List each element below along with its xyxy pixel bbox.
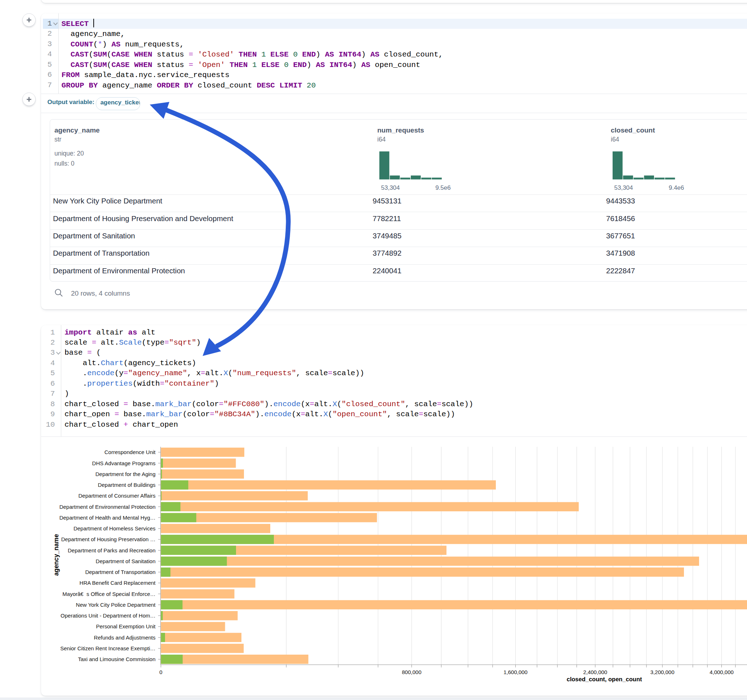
svg-text:800,000: 800,000 xyxy=(402,669,421,675)
svg-text:Department of Consumer Affairs: Department of Consumer Affairs xyxy=(79,493,156,499)
svg-text:53,304: 53,304 xyxy=(614,184,633,191)
svg-text:0: 0 xyxy=(159,669,162,675)
svg-text:Correspondence Unit: Correspondence Unit xyxy=(104,449,156,455)
svg-text:agency_name: agency_name xyxy=(53,534,60,576)
svg-text:4,000,000: 4,000,000 xyxy=(709,669,734,675)
svg-text:Department of Housing Preserva: Department of Housing Preservation … xyxy=(61,536,156,542)
svg-text:53,304: 53,304 xyxy=(381,184,400,191)
svg-text:Personal Exemption Unit: Personal Exemption Unit xyxy=(96,623,156,629)
svg-text:DHS Advantage Programs: DHS Advantage Programs xyxy=(92,460,156,466)
svg-text:Senior Citizen Rent Increase E: Senior Citizen Rent Increase Exempti… xyxy=(60,645,155,652)
svg-text:HRA Benefit Card Replacement: HRA Benefit Card Replacement xyxy=(80,580,156,586)
svg-text:Taxi and Limousine Commission: Taxi and Limousine Commission xyxy=(78,656,155,662)
svg-text:Department of Buildings: Department of Buildings xyxy=(98,482,155,488)
svg-text:2,400,000: 2,400,000 xyxy=(583,669,607,675)
svg-text:Department of Parks and Recrea: Department of Parks and Recreation xyxy=(68,547,155,554)
svg-text:Refunds and Adjustments: Refunds and Adjustments xyxy=(94,634,156,641)
svg-text:3,200,000: 3,200,000 xyxy=(650,669,674,675)
svg-text:Department of Homeless Service: Department of Homeless Services xyxy=(74,525,156,531)
svg-text:Department of Transportation: Department of Transportation xyxy=(85,569,155,575)
svg-text:closed_count, open_count: closed_count, open_count xyxy=(567,676,642,682)
svg-text:1,600,000: 1,600,000 xyxy=(504,669,528,675)
svg-text:Operations Unit - Department o: Operations Unit - Department of Hom… xyxy=(60,612,155,619)
svg-text:Mayorâ€ s Office of Special E: Mayorâ€ s Office of Special Enforce… xyxy=(62,591,155,597)
svg-text:New York City Police Departmen: New York City Police Department xyxy=(76,602,156,608)
svg-text:Department of Health and Menta: Department of Health and Mental Hyg… xyxy=(59,514,156,520)
svg-text:Department of Sanitation: Department of Sanitation xyxy=(96,558,156,564)
svg-text:9.4e6: 9.4e6 xyxy=(669,184,684,191)
svg-text:Department of Environmental Pr: Department of Environmental Protection xyxy=(59,504,156,510)
svg-text:Department for the Aging: Department for the Aging xyxy=(95,471,156,477)
svg-text:9.5e6: 9.5e6 xyxy=(435,184,451,191)
